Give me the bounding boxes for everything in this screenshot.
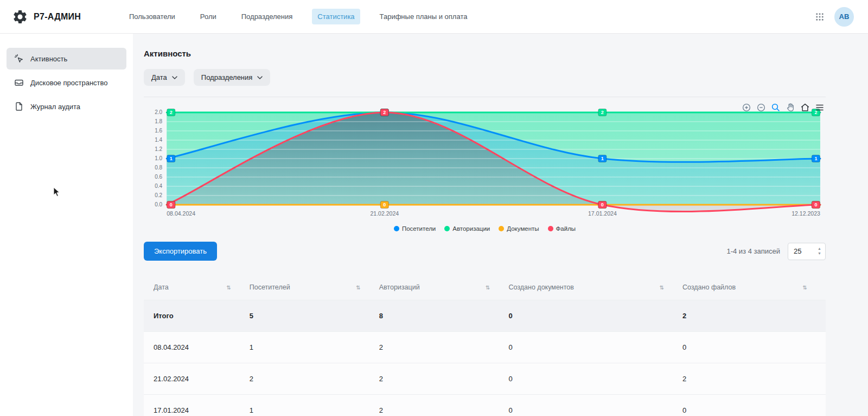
svg-text:1: 1 <box>601 156 604 162</box>
nav-item-tariffs[interactable]: Тарифные планы и оплата <box>374 9 473 24</box>
cell-visitors: 1 <box>250 406 379 414</box>
column-header-authorizations[interactable]: Авторизаций⇅ <box>379 283 509 291</box>
nav-item-users[interactable]: Пользователи <box>124 9 181 24</box>
cell-documents: 0 <box>508 406 682 414</box>
zoom-out-icon[interactable] <box>756 103 766 112</box>
actions-row: Экспортировать 1-4 из 4 записей 25 ▲▼ <box>144 242 826 261</box>
topbar: Р7-АДМИН Пользователи Роли Подразделения… <box>0 0 868 34</box>
cell-date: 17.01.2024 <box>144 406 250 414</box>
legend-item-files[interactable]: Файлы <box>548 225 576 232</box>
sidebar-item-activity[interactable]: Активность <box>7 48 126 70</box>
top-nav: Пользователи Роли Подразделения Статисти… <box>124 9 473 24</box>
svg-text:1: 1 <box>814 156 817 162</box>
cell-documents: 0 <box>508 312 682 320</box>
svg-text:0.8: 0.8 <box>155 165 162 171</box>
svg-text:2: 2 <box>383 110 386 116</box>
logo-text: Р7-АДМИН <box>34 12 81 22</box>
nav-item-departments[interactable]: Подразделения <box>236 9 298 24</box>
table-header: Дата⇅ Посетителей⇅ Авторизаций⇅ Создано … <box>144 275 826 300</box>
cell-authorizations: 8 <box>379 312 509 320</box>
svg-text:0: 0 <box>601 203 604 208</box>
page-title: Активность <box>144 49 826 58</box>
chevron-down-icon <box>257 76 263 79</box>
page-size-select[interactable]: 25 ▲▼ <box>788 243 826 260</box>
legend-label: Документы <box>507 225 539 232</box>
sort-icon: ⇅ <box>486 285 490 291</box>
sidebar-item-disk-space[interactable]: Дисковое пространство <box>7 72 126 93</box>
filters-row: Дата Подразделения <box>144 69 826 86</box>
chart-legend: Посетители Авторизации Документы Файлы <box>144 225 826 232</box>
svg-text:12.12.2023: 12.12.2023 <box>792 210 820 217</box>
pan-hand-icon[interactable] <box>786 103 795 112</box>
export-button[interactable]: Экспортировать <box>144 242 217 261</box>
svg-text:1: 1 <box>170 156 173 162</box>
svg-text:0.4: 0.4 <box>155 183 162 189</box>
legend-item-visitors[interactable]: Посетители <box>394 225 436 232</box>
legend-dot-orange <box>499 226 504 231</box>
svg-text:17.01.2024: 17.01.2024 <box>588 210 617 217</box>
cell-visitors: 5 <box>250 312 379 320</box>
sort-icon: ⇅ <box>803 285 807 291</box>
activity-table: Дата⇅ Посетителей⇅ Авторизаций⇅ Создано … <box>144 275 826 416</box>
svg-text:0.2: 0.2 <box>155 192 162 198</box>
legend-dot-blue <box>394 226 399 231</box>
sidebar-item-label: Журнал аудита <box>30 103 80 111</box>
chevron-down-icon <box>172 76 177 79</box>
date-filter-button[interactable]: Дата <box>144 69 185 86</box>
svg-text:1.4: 1.4 <box>155 137 162 143</box>
svg-text:0: 0 <box>383 203 386 208</box>
cell-files: 0 <box>682 406 826 414</box>
svg-text:2.0: 2.0 <box>155 109 162 115</box>
departments-filter-button[interactable]: Подразделения <box>194 69 271 86</box>
svg-text:0.6: 0.6 <box>155 174 162 180</box>
apps-grid-icon[interactable] <box>815 12 825 22</box>
cell-files: 0 <box>682 343 826 351</box>
chart-toolbar <box>742 103 825 112</box>
legend-label: Посетители <box>402 225 436 232</box>
departments-filter-label: Подразделения <box>201 73 253 81</box>
svg-text:1.8: 1.8 <box>155 118 162 124</box>
legend-item-authorizations[interactable]: Авторизации <box>444 225 490 232</box>
chart-menu-icon[interactable] <box>815 103 825 112</box>
column-header-date[interactable]: Дата⇅ <box>144 283 250 291</box>
sidebar-item-audit-log[interactable]: Журнал аудита <box>7 96 126 117</box>
nav-item-statistics[interactable]: Статистика <box>312 9 360 24</box>
sidebar-item-label: Дисковое пространство <box>30 79 108 87</box>
date-filter-label: Дата <box>151 73 167 81</box>
table-row-total: Итого 5 8 0 2 <box>144 300 826 331</box>
cell-documents: 0 <box>508 343 682 351</box>
main-content: Активность Дата Подразделения <box>133 34 868 416</box>
cell-files: 2 <box>682 312 826 320</box>
cell-authorizations: 2 <box>379 375 509 383</box>
zoom-in-icon[interactable] <box>742 103 751 112</box>
svg-text:21.02.2024: 21.02.2024 <box>370 210 399 217</box>
cell-visitors: 2 <box>250 375 379 383</box>
svg-text:0: 0 <box>814 203 817 208</box>
cell-date: 08.04.2024 <box>144 343 250 351</box>
column-header-documents-created[interactable]: Создано документов⇅ <box>508 283 682 291</box>
selection-zoom-icon[interactable] <box>771 103 781 112</box>
svg-text:1.2: 1.2 <box>155 146 162 152</box>
column-header-visitors[interactable]: Посетителей⇅ <box>250 283 379 291</box>
cell-documents: 0 <box>508 375 682 383</box>
table-row: 21.02.2024 2 2 0 2 <box>144 363 826 394</box>
activity-icon <box>14 54 24 64</box>
column-header-files-created[interactable]: Создано файлов⇅ <box>682 283 826 291</box>
sidebar-item-label: Активность <box>30 55 67 63</box>
svg-text:2: 2 <box>170 110 173 116</box>
nav-item-roles[interactable]: Роли <box>195 9 222 24</box>
stepper-arrows-icon: ▲▼ <box>818 247 821 255</box>
disk-icon <box>14 78 24 87</box>
table-row: 08.04.2024 1 2 0 0 <box>144 331 826 363</box>
legend-item-documents[interactable]: Документы <box>499 225 539 232</box>
svg-text:0.0: 0.0 <box>155 201 162 207</box>
svg-text:2: 2 <box>601 110 604 116</box>
svg-text:0: 0 <box>170 203 173 208</box>
cell-date: Итого <box>144 312 250 320</box>
app-logo: Р7-АДМИН <box>12 9 124 25</box>
home-reset-icon[interactable] <box>800 103 810 112</box>
avatar[interactable]: АВ <box>834 7 854 27</box>
page-size-value: 25 <box>794 247 801 255</box>
activity-area-chart[interactable]: 12112222000002000.00.20.40.60.81.01.21.4… <box>144 106 826 222</box>
sort-icon: ⇅ <box>660 285 664 291</box>
